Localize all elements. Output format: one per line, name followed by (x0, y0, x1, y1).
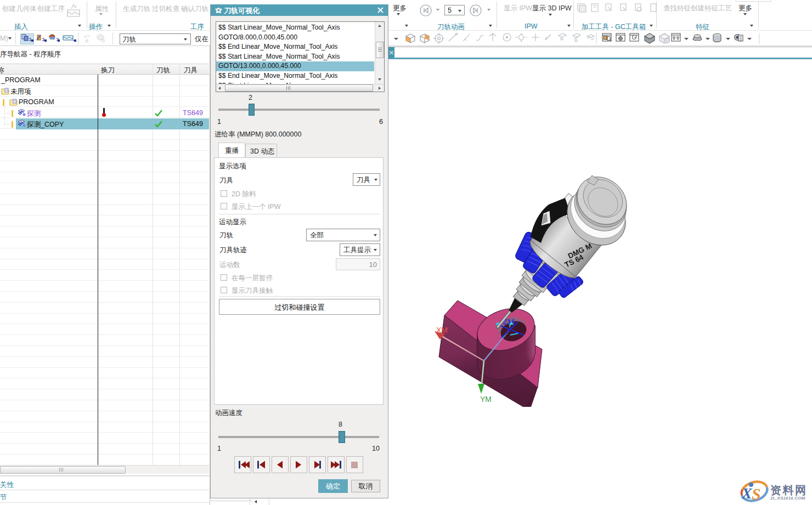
svg-text:S: S (752, 485, 761, 503)
svg-text:XM: XM (436, 326, 448, 334)
svg-text:ZL.XS1616.COM: ZL.XS1616.COM (770, 496, 805, 501)
svg-text:X: X (741, 485, 753, 502)
svg-text:YM: YM (480, 395, 492, 404)
svg-text:资料网: 资料网 (770, 484, 808, 496)
